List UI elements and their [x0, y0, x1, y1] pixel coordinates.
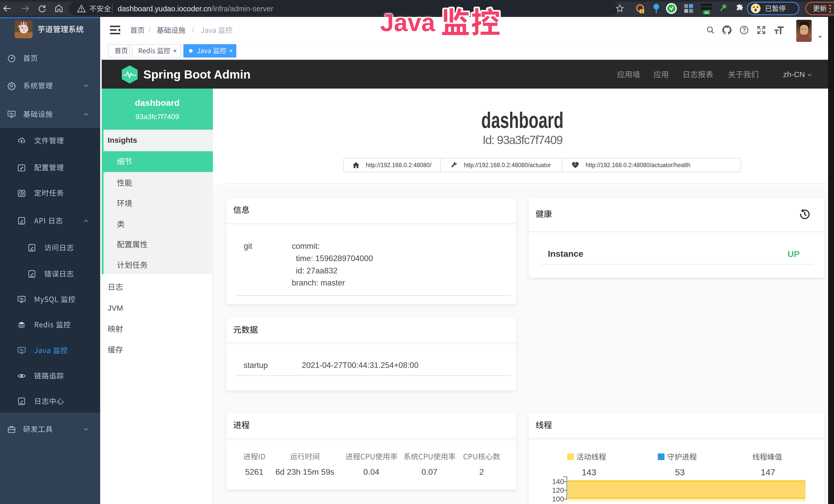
svg-text:1: 1: [641, 9, 643, 13]
svg-text:on: on: [705, 11, 709, 15]
